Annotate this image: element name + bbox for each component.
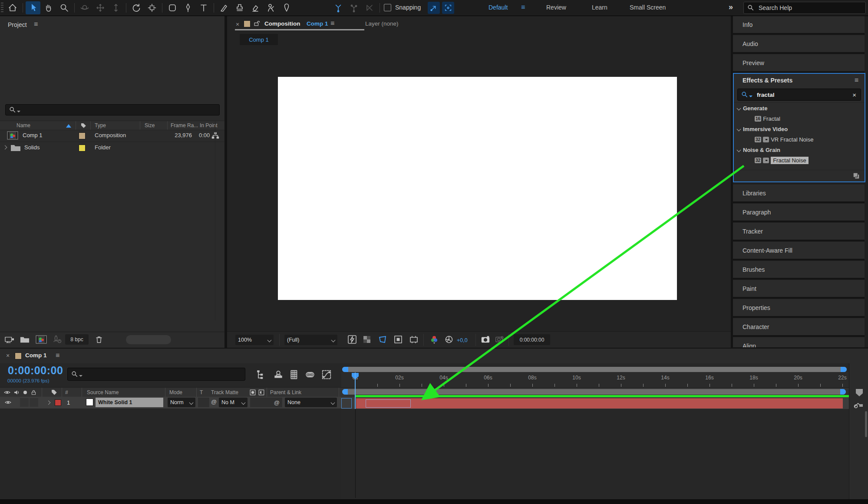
project-row-solids[interactable]: Solids Folder bbox=[0, 142, 224, 154]
work-area-end-handle[interactable] bbox=[840, 389, 846, 395]
mask-visibility-icon[interactable] bbox=[393, 335, 403, 344]
column-mode[interactable]: Mode bbox=[169, 389, 182, 395]
column-size[interactable]: Size bbox=[145, 122, 155, 128]
channel-rgb-icon[interactable] bbox=[429, 335, 439, 344]
new-animation-preset-icon[interactable] bbox=[852, 172, 860, 180]
close-tab-icon[interactable]: × bbox=[236, 21, 239, 28]
effects-search-input[interactable]: fractal × bbox=[737, 89, 861, 101]
current-timecode[interactable]: 0:00:00:00 bbox=[8, 364, 63, 377]
zoom-scrollbar-thumb[interactable] bbox=[342, 367, 847, 372]
expand-chevron-icon[interactable] bbox=[3, 145, 7, 150]
panel-libraries[interactable]: Libraries bbox=[733, 184, 865, 203]
roto-brush-tool[interactable] bbox=[264, 1, 278, 14]
effects-panel-menu-icon[interactable]: ≡ bbox=[855, 76, 858, 84]
work-area-bar[interactable] bbox=[342, 389, 846, 395]
transparency-grid-icon[interactable] bbox=[362, 335, 372, 344]
layer-solo-cell[interactable] bbox=[30, 398, 38, 407]
parent-pickwhip-cell[interactable]: @ bbox=[250, 398, 282, 407]
home-tool[interactable] bbox=[5, 1, 20, 14]
playhead-line[interactable] bbox=[355, 372, 356, 409]
exposure-icon[interactable] bbox=[444, 335, 454, 344]
panel-align[interactable]: Align bbox=[733, 337, 865, 347]
comp-mini-flowchart-tab[interactable]: Comp 1 bbox=[240, 34, 278, 45]
hand-tool[interactable] bbox=[41, 1, 56, 14]
workspace-menu-icon[interactable]: ≡ bbox=[521, 3, 525, 11]
label-color-column-icon[interactable] bbox=[80, 122, 87, 129]
clone-stamp-tool[interactable] bbox=[232, 1, 247, 14]
fast-preview-icon[interactable] bbox=[347, 335, 357, 344]
project-search-input[interactable] bbox=[5, 104, 220, 115]
column-frame-rate[interactable]: Frame Ra... bbox=[171, 122, 198, 128]
region-of-interest-icon[interactable] bbox=[378, 335, 387, 344]
project-panel-menu-icon[interactable]: ≡ bbox=[34, 20, 38, 28]
eraser-tool[interactable] bbox=[248, 1, 263, 14]
preserve-transparency-cell[interactable] bbox=[198, 398, 209, 407]
viewer-tab-comp-name[interactable]: Comp 1 bbox=[307, 20, 328, 27]
workspace-tab-review[interactable]: Review bbox=[546, 4, 566, 11]
comp-label-swatch[interactable] bbox=[244, 20, 251, 27]
effect-item-fractal[interactable]: 16 Fractal bbox=[734, 113, 865, 124]
project-item-name[interactable]: Comp 1 bbox=[23, 132, 43, 138]
motion-blur-icon[interactable] bbox=[305, 369, 315, 380]
timeline-tab-menu-icon[interactable]: ≡ bbox=[56, 352, 59, 359]
workspace-tab-default[interactable]: Default bbox=[488, 4, 508, 11]
puppet-pin-tool[interactable] bbox=[279, 1, 294, 14]
bit-depth-button[interactable]: 8 bpc bbox=[65, 334, 89, 345]
project-row-comp1[interactable]: Comp 1 Composition 23,976 0:00 bbox=[0, 129, 224, 142]
anchor-point-tool[interactable] bbox=[145, 1, 159, 14]
orbit-camera-tool[interactable] bbox=[77, 1, 92, 14]
column-track-matte[interactable]: Track Matte bbox=[211, 389, 238, 395]
selection-tool[interactable] bbox=[26, 1, 40, 14]
new-folder-icon[interactable] bbox=[20, 336, 30, 343]
snap-along-edges-toggle[interactable] bbox=[428, 2, 440, 14]
shy-layers-icon[interactable] bbox=[273, 369, 284, 380]
workspace-overflow-chevrons[interactable]: » bbox=[729, 3, 733, 12]
comp-label-swatch[interactable] bbox=[15, 352, 22, 359]
frame-blending-icon[interactable] bbox=[289, 369, 300, 380]
brush-tool[interactable] bbox=[217, 1, 231, 14]
render-engine-icon[interactable] bbox=[52, 335, 62, 344]
panel-preview[interactable]: Preview bbox=[733, 54, 865, 73]
joint-tool[interactable] bbox=[331, 1, 346, 14]
panel-content-aware-fill[interactable]: Content-Aware Fill bbox=[733, 242, 865, 260]
zoom-scrollbar-left-handle[interactable] bbox=[342, 367, 348, 372]
effect-item-fractal-noise[interactable]: 32 Fractal Noise bbox=[734, 155, 865, 165]
zoom-scrollbar-right-handle[interactable] bbox=[841, 367, 847, 372]
workspace-tab-small-screen[interactable]: Small Screen bbox=[630, 4, 666, 11]
layer-row-white-solid[interactable]: 1 White Solid 1 Norm @ No M @ None bbox=[0, 397, 341, 409]
pen-tool[interactable] bbox=[181, 1, 195, 14]
effect-item-vr-fractal-noise[interactable]: 32 VR Fractal Noise bbox=[734, 134, 865, 145]
project-item-name[interactable]: Solids bbox=[24, 144, 40, 151]
panel-info[interactable]: Info bbox=[733, 16, 865, 35]
new-composition-icon[interactable] bbox=[36, 335, 47, 344]
clear-search-icon[interactable]: × bbox=[852, 91, 856, 99]
panel-paint[interactable]: Paint bbox=[733, 280, 865, 299]
exposure-value[interactable]: +0,0 bbox=[457, 337, 468, 343]
dolly-camera-tool[interactable] bbox=[109, 1, 123, 14]
viewer-tab-menu-icon[interactable]: ≡ bbox=[330, 20, 334, 27]
sort-ascending-icon[interactable] bbox=[66, 124, 71, 128]
column-t[interactable]: T bbox=[200, 389, 203, 395]
layer-tab[interactable]: Layer (none) bbox=[365, 20, 399, 27]
comp-button-icon[interactable] bbox=[853, 399, 864, 409]
snap-features-toggle[interactable] bbox=[442, 2, 454, 14]
label-color-swatch-yellow[interactable] bbox=[79, 145, 86, 152]
shape-tool[interactable] bbox=[165, 1, 180, 14]
composition-canvas[interactable] bbox=[278, 77, 677, 300]
delete-trash-icon[interactable] bbox=[95, 335, 103, 344]
track-matte-dropdown[interactable]: No M bbox=[219, 398, 248, 407]
joint-overlap-tool[interactable] bbox=[362, 1, 377, 14]
comp-marker-bin-icon[interactable] bbox=[855, 388, 864, 397]
layer-name-cell[interactable]: White Solid 1 bbox=[96, 398, 163, 407]
guides-grid-options-icon[interactable] bbox=[409, 335, 419, 344]
panel-paragraph[interactable]: Paragraph bbox=[733, 204, 865, 222]
help-search-input[interactable]: Search Help bbox=[743, 2, 866, 14]
effects-group-immersive-video[interactable]: Immersive Video bbox=[734, 124, 865, 134]
vertical-scrollbar[interactable] bbox=[865, 411, 867, 437]
timeline-search-input[interactable] bbox=[67, 368, 245, 381]
panel-tracker[interactable]: Tracker bbox=[733, 223, 865, 241]
work-area-start-handle[interactable] bbox=[342, 389, 348, 395]
pan-camera-tool[interactable] bbox=[93, 1, 108, 14]
unlock-icon[interactable] bbox=[253, 20, 261, 27]
timeline-zoom-scrollbar[interactable] bbox=[342, 367, 847, 372]
